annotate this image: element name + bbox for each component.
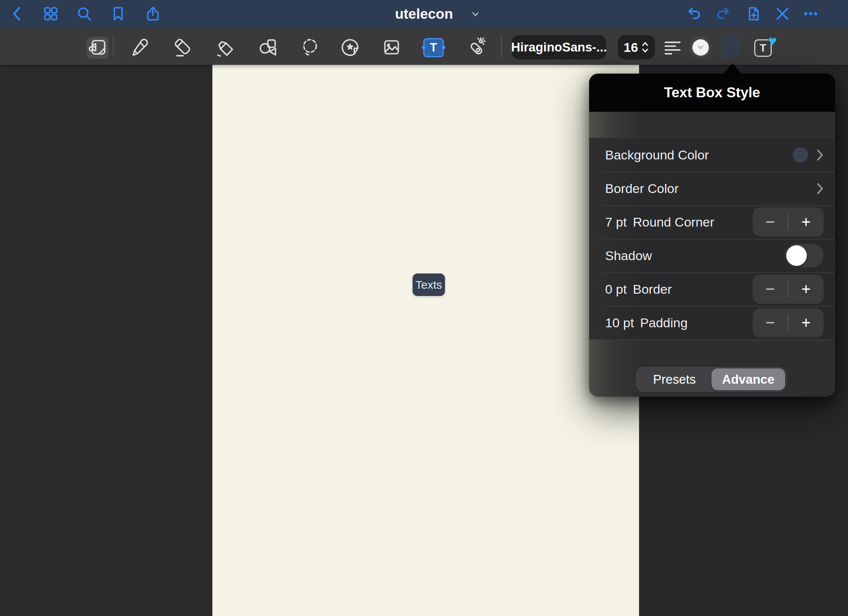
round-corner-increase-button[interactable] (789, 207, 824, 236)
chevron-right-icon (816, 182, 824, 195)
image-tool-button[interactable] (381, 37, 402, 58)
redo-button[interactable] (715, 5, 732, 22)
row-label: Border (633, 282, 672, 297)
toolbar-separator (501, 35, 502, 58)
row-background-color[interactable]: Background Color (589, 138, 835, 172)
readonly-pen-button[interactable] (774, 5, 791, 22)
shapes-tool-button[interactable] (257, 37, 278, 58)
popover-title: Text Box Style (664, 85, 760, 101)
font-family-button[interactable]: HiraginoSans-... (512, 35, 606, 60)
more-button[interactable] (802, 5, 819, 22)
segment-presets[interactable]: Presets (638, 368, 711, 390)
toggle-knob (786, 245, 807, 266)
canvas-text-box[interactable]: Texts (413, 273, 445, 296)
segment-advance[interactable]: Advance (711, 368, 785, 390)
eraser-tool-button[interactable] (172, 37, 193, 58)
navigation-bar: utelecon (0, 0, 848, 28)
style-preview-section (589, 112, 835, 138)
font-size-value: 16 (624, 40, 638, 55)
styled-text-glyph: T (760, 42, 766, 54)
laser-pointer-icon (465, 37, 487, 58)
align-line (665, 49, 681, 51)
stickers-icon (339, 37, 361, 58)
chevron-right-icon (816, 149, 824, 161)
border-decrease-button[interactable] (753, 275, 788, 304)
highlighter-icon (214, 37, 235, 58)
title-chevron-down-icon (471, 10, 480, 19)
textbox-style-preview-swatch[interactable] (721, 36, 739, 58)
row-round-corner: 7 pt Round Corner (589, 205, 835, 239)
shapes-icon (257, 37, 278, 58)
background-color-swatch (793, 147, 808, 162)
lasso-tool-button[interactable] (299, 37, 320, 58)
font-size-stepper[interactable]: 16 (618, 35, 655, 60)
border-width-stepper (753, 275, 824, 304)
row-label: Round Corner (633, 215, 715, 230)
notebook-page[interactable]: Texts (212, 65, 639, 616)
chevron-down-icon (697, 45, 703, 49)
align-line (665, 53, 672, 55)
undo-button[interactable] (686, 5, 702, 22)
row-label: Padding (640, 315, 688, 330)
current-color-swatch (692, 39, 709, 56)
stickers-tool-button[interactable] (339, 37, 361, 58)
text-tool-glyph: T (430, 41, 437, 54)
text-align-button[interactable] (665, 42, 681, 55)
annotation-mode-icon (87, 37, 108, 58)
image-icon (381, 37, 402, 58)
readonly-pen-icon (774, 5, 791, 22)
popover-arrow (723, 63, 742, 74)
toolbar-separator (113, 35, 114, 58)
row-shadow: Shadow (589, 239, 835, 272)
round-corner-value: 7 pt (605, 215, 627, 230)
border-increase-button[interactable] (789, 275, 824, 304)
text-box-style-popover: Text Box Style Background Color Border C… (589, 74, 835, 397)
row-label: Shadow (605, 248, 652, 263)
font-family-label: HiraginoSans-... (511, 40, 607, 55)
row-border-color[interactable]: Border Color (589, 172, 835, 205)
row-padding: 10 pt Padding (589, 306, 835, 339)
round-corner-stepper (753, 207, 824, 236)
align-line (665, 42, 681, 43)
row-border-width: 0 pt Border (589, 272, 835, 306)
padding-value: 10 pt (605, 315, 634, 330)
annotation-mode-button[interactable] (87, 37, 108, 58)
more-icon (802, 5, 819, 22)
lasso-icon (299, 37, 320, 58)
row-label: Border Color (605, 181, 679, 196)
align-line (665, 45, 676, 47)
popover-header: Text Box Style (589, 74, 835, 112)
selection-handle-icon (442, 46, 445, 49)
border-width-value: 0 pt (605, 282, 627, 297)
highlighter-tool-button[interactable] (214, 37, 235, 58)
text-box-content: Texts (415, 278, 442, 291)
padding-stepper (753, 308, 824, 337)
tools-toolbar: T HiraginoSans-... 16 T ♥ (0, 28, 848, 65)
favorite-heart-icon: ♥ (768, 33, 777, 48)
pen-tool-button[interactable] (129, 37, 150, 58)
textbox-style-button[interactable]: T ♥ (754, 39, 772, 57)
round-corner-decrease-button[interactable] (753, 207, 788, 236)
add-page-button[interactable] (745, 5, 762, 22)
pen-icon (129, 37, 150, 58)
selection-handle-icon (422, 46, 425, 49)
add-page-icon (745, 5, 762, 22)
size-up-down-icon (641, 41, 649, 54)
laser-tool-button[interactable] (465, 37, 487, 58)
text-color-button[interactable] (689, 36, 711, 58)
eraser-icon (172, 37, 193, 58)
padding-increase-button[interactable] (789, 308, 824, 337)
text-tool-button[interactable]: T (423, 38, 444, 57)
row-label: Background Color (605, 148, 709, 162)
shadow-toggle[interactable] (785, 244, 824, 267)
undo-icon (686, 5, 702, 22)
padding-decrease-button[interactable] (753, 308, 788, 337)
redo-icon (715, 5, 732, 22)
presets-advance-segmented-control: Presets Advance (636, 367, 787, 392)
popover-footer: Presets Advance (589, 339, 835, 397)
